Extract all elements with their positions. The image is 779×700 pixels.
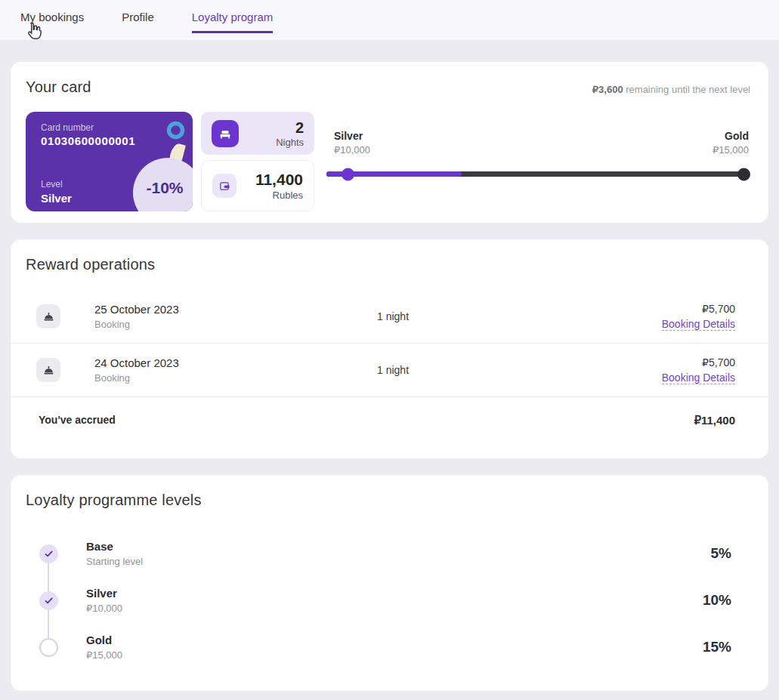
progress-from-value: ₽10,000 (334, 144, 370, 156)
progress-to-label: Gold ₽15,000 (713, 130, 749, 156)
wallet-icon (212, 174, 236, 198)
service-bell-icon (36, 304, 60, 328)
levels-timeline: Base Starting level 5% Silver ₽10,000 10… (11, 530, 768, 671)
rubles-stat-tile: 11,400 Rubles (201, 160, 314, 211)
reward-amount: ₽5,700 (662, 356, 735, 369)
check-icon (39, 591, 58, 610)
nights-unit: Nights (276, 137, 304, 148)
reward-date: 24 October 2023 (94, 356, 179, 369)
reward-rows: 25 October 2023 Booking 1 night ₽5,700 B… (11, 290, 768, 397)
reward-date: 25 October 2023 (94, 303, 179, 316)
accrued-amount: ₽11,400 (694, 414, 735, 427)
card-row: Card number 01030600000001 Level Silver … (26, 112, 750, 211)
loyalty-program-page: My bookings Profile Loyalty program Your… (0, 0, 779, 700)
level-threshold: ₽15,000 (86, 649, 122, 661)
level-percent: 5% (711, 545, 731, 562)
reward-row: 24 October 2023 Booking 1 night ₽5,700 B… (11, 344, 768, 397)
reward-row-right: ₽5,700 Booking Details (662, 303, 735, 331)
your-card-panel: Your card ₽3,600 remaining until the nex… (11, 62, 768, 223)
progress-from-level: Silver (334, 130, 370, 142)
reward-amount: ₽5,700 (662, 303, 735, 315)
loyalty-levels-panel: Loyalty programme levels Base Starting l… (11, 475, 768, 691)
level-item-silver: Silver ₽10,000 10% (11, 577, 768, 624)
service-bell-icon (36, 358, 60, 382)
discount-value: -10% (146, 179, 189, 206)
rubles-unit: Rubles (255, 190, 303, 201)
bed-icon (212, 120, 239, 147)
level-progress: Silver ₽10,000 Gold ₽15,000 (326, 112, 750, 211)
progress-end-dot (737, 168, 750, 180)
reward-row-right: ₽5,700 Booking Details (662, 356, 735, 384)
remaining-text: remaining until the next level (623, 84, 750, 95)
accrued-label: You've accrued (39, 414, 116, 427)
level-percent: 15% (703, 639, 731, 655)
reward-operations-title: Reward operations (11, 239, 768, 273)
progress-current-dot[interactable] (342, 168, 354, 180)
card-stats: 2 Nights 11,400 Rubles (201, 112, 314, 211)
accrued-total-row: You've accrued ₽11,400 (11, 397, 768, 427)
check-icon (39, 544, 58, 563)
reward-type: Booking (94, 372, 179, 384)
level-threshold: Starting level (86, 556, 143, 567)
level-threshold: ₽10,000 (86, 603, 122, 614)
reward-nights: 1 night (377, 310, 662, 322)
level-progress-track[interactable] (326, 171, 749, 177)
level-item-base: Base Starting level 5% (11, 530, 768, 577)
progress-to-level: Gold (713, 130, 749, 142)
cursor-hand-icon (23, 20, 45, 42)
reward-type: Booking (94, 319, 179, 330)
remaining-until-next-level: ₽3,600 remaining until the next level (592, 84, 750, 95)
level-item-gold: Gold ₽15,000 15% (11, 624, 768, 671)
nights-stat-tile: 2 Nights (201, 112, 314, 155)
level-percent: 10% (703, 592, 731, 609)
discount-badge: -10% (133, 158, 193, 211)
loyalty-levels-title: Loyalty programme levels (11, 475, 768, 509)
empty-circle-icon (39, 638, 58, 657)
level-name: Base (86, 540, 143, 553)
level-name: Gold (86, 634, 122, 646)
ring-decoration-icon (165, 120, 186, 140)
progress-to-value: ₽15,000 (713, 144, 749, 156)
tab-loyalty-program[interactable]: Loyalty program (192, 0, 274, 33)
reward-row-left: 25 October 2023 Booking (36, 303, 377, 330)
booking-details-link[interactable]: Booking Details (662, 318, 735, 331)
nights-value: 2 (276, 119, 304, 136)
progress-from-label: Silver ₽10,000 (334, 130, 370, 156)
top-tab-bar: My bookings Profile Loyalty program (0, 0, 779, 40)
level-name: Silver (86, 587, 122, 600)
booking-details-link[interactable]: Booking Details (662, 372, 735, 384)
remaining-amount: ₽3,600 (592, 84, 623, 95)
reward-nights: 1 night (377, 364, 662, 376)
tab-profile[interactable]: Profile (122, 0, 154, 33)
rubles-value: 11,400 (255, 171, 303, 188)
reward-row: 25 October 2023 Booking 1 night ₽5,700 B… (11, 290, 768, 344)
reward-operations-panel: Reward operations 25 October 2023 (11, 239, 768, 458)
loyalty-card: Card number 01030600000001 Level Silver … (26, 112, 193, 211)
reward-row-left: 24 October 2023 Booking (36, 356, 377, 384)
